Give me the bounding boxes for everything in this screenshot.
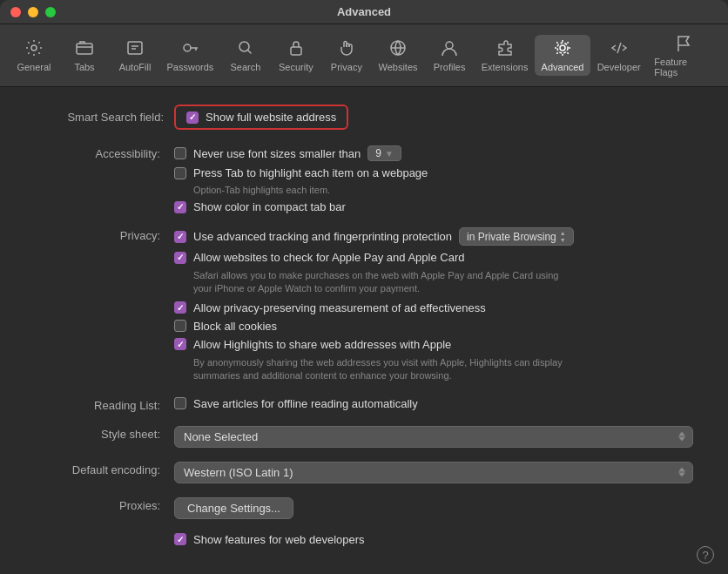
reading-list-section: Reading List: Save articles for offline … [35, 397, 693, 412]
tracking-dropdown[interactable]: in Private Browsing ▲ ▼ [459, 227, 574, 246]
toolbar-label-privacy: Privacy [331, 62, 362, 72]
svg-point-9 [557, 43, 568, 53]
default-encoding-select[interactable]: Western (ISO Latin 1) [174, 462, 693, 483]
reading-list-checkbox[interactable] [174, 397, 186, 409]
key-icon [180, 38, 199, 60]
svg-point-7 [446, 42, 453, 49]
tracking-dropdown-value: in Private Browsing [467, 231, 556, 243]
svg-point-8 [560, 45, 565, 51]
window-controls [10, 7, 56, 17]
toolbar-item-general[interactable]: General [9, 35, 59, 76]
font-size-checkbox[interactable] [174, 147, 186, 159]
highlights-sub: By anonymously sharing the web addresses… [193, 356, 594, 383]
tab-highlight-checkbox[interactable] [174, 167, 186, 179]
window: Advanced General Tabs AutoFill [0, 0, 728, 574]
apple-pay-text: Allow websites to check for Apple Pay an… [193, 251, 464, 264]
style-sheet-content: None Selected [174, 426, 693, 448]
style-sheet-label: Style sheet: [35, 426, 174, 441]
toolbar-label-general: General [17, 62, 51, 72]
font-size-number[interactable]: 9 ▼ [367, 145, 401, 161]
smart-search-field-label: Smart Search field: [35, 111, 174, 124]
minimize-button[interactable] [28, 7, 38, 17]
privacy-block-cookies-row: Block all cookies [174, 320, 693, 333]
svg-rect-5 [291, 47, 301, 55]
reading-list-text: Save articles for offline reading automa… [193, 397, 418, 410]
privacy-content: Use advanced tracking and fingerprinting… [174, 227, 693, 383]
toolbar-item-websites[interactable]: Websites [372, 35, 424, 76]
default-encoding-label: Default encoding: [35, 462, 174, 476]
toolbar-item-advanced[interactable]: Advanced [535, 35, 590, 76]
block-cookies-text: Block all cookies [193, 320, 277, 333]
lock-icon [286, 38, 306, 60]
highlights-checkbox[interactable] [174, 338, 186, 350]
toolbar-item-tabs[interactable]: Tabs [59, 35, 110, 76]
toolbar-label-advanced: Advanced [542, 62, 584, 72]
style-sheet-section: Style sheet: None Selected [35, 426, 693, 448]
toolbar-item-privacy[interactable]: Privacy [321, 35, 372, 76]
web-developers-row: Show features for web developers [174, 533, 693, 546]
smart-search-section: Smart Search field: Show full website ad… [35, 105, 693, 130]
web-developers-section: Show features for web developers [35, 533, 693, 546]
extensions-icon [495, 38, 515, 60]
help-button[interactable]: ? [697, 546, 714, 564]
web-developers-spacer [35, 533, 174, 535]
advanced-icon [553, 38, 572, 60]
reading-list-row: Save articles for offline reading automa… [174, 397, 693, 410]
accessibility-label: Accessibility: [35, 145, 174, 160]
gear-icon [24, 38, 44, 60]
toolbar-item-extensions[interactable]: Extensions [475, 35, 535, 76]
default-encoding-content: Western (ISO Latin 1) [174, 462, 693, 483]
style-sheet-arrow-icon [678, 432, 685, 442]
block-cookies-checkbox[interactable] [174, 320, 186, 332]
svg-point-0 [31, 45, 37, 51]
highlights-text: Allow Highlights to share web addresses … [193, 338, 451, 351]
titlebar: Advanced [0, 0, 728, 24]
apple-pay-checkbox[interactable] [174, 252, 186, 264]
ad-measurement-checkbox[interactable] [174, 301, 186, 314]
toolbar-item-featureflags[interactable]: Feature Flags [647, 30, 719, 81]
toolbar-label-tabs: Tabs [74, 62, 94, 72]
tracking-checkbox[interactable] [174, 231, 186, 243]
smart-search-box: Show full website address [174, 105, 348, 130]
toolbar-label-extensions: Extensions [482, 62, 529, 72]
web-developers-checkbox[interactable] [174, 533, 186, 545]
privacy-apple-pay-row: Allow websites to check for Apple Pay an… [174, 251, 693, 264]
toolbar-item-developer[interactable]: Developer [590, 35, 647, 76]
privacy-highlights-row: Allow Highlights to share web addresses … [174, 338, 693, 351]
accessibility-tab-highlight-row: Press Tab to highlight each item on a we… [174, 166, 693, 179]
globe-icon [388, 38, 408, 60]
close-button[interactable] [10, 7, 21, 17]
content-area: Smart Search field: Show full website ad… [0, 87, 728, 574]
toolbar-label-passwords: Passwords [167, 62, 214, 72]
toolbar-item-profiles[interactable]: Profiles [424, 35, 475, 76]
font-size-text: Never use font sizes smaller than [193, 147, 361, 160]
maximize-button[interactable] [45, 7, 56, 17]
toolbar-label-security: Security [279, 62, 313, 72]
privacy-label: Privacy: [35, 227, 174, 242]
change-settings-button[interactable]: Change Settings... [174, 497, 293, 519]
smart-search-checkbox[interactable] [186, 111, 199, 124]
proxies-section: Proxies: Change Settings... [35, 497, 693, 519]
svg-point-4 [239, 42, 249, 51]
person-icon [440, 38, 459, 60]
hand-icon [337, 38, 356, 60]
reading-list-content: Save articles for offline reading automa… [174, 397, 693, 410]
color-compact-checkbox[interactable] [174, 201, 186, 213]
accessibility-color-compact-row: Show color in compact tab bar [174, 200, 693, 213]
developer-icon [610, 38, 629, 60]
style-sheet-value: None Selected [184, 430, 258, 443]
toolbar-item-security[interactable]: Security [271, 35, 321, 76]
autofill-icon [125, 38, 145, 60]
privacy-tracking-row: Use advanced tracking and fingerprinting… [174, 227, 693, 246]
reading-list-label: Reading List: [35, 397, 174, 412]
tab-highlight-sub: Option-Tab highlights each item. [193, 185, 693, 195]
smart-search-text: Show full website address [206, 111, 336, 124]
dropdown-arrow-icon: ▲ ▼ [560, 230, 566, 243]
chevron-down-icon: ▼ [385, 149, 394, 159]
style-sheet-select[interactable]: None Selected [174, 426, 693, 448]
proxies-label: Proxies: [35, 497, 174, 512]
toolbar-item-passwords[interactable]: Passwords [160, 35, 220, 76]
tracking-text: Use advanced tracking and fingerprinting… [193, 230, 452, 243]
toolbar-item-search[interactable]: Search [220, 35, 271, 76]
toolbar-item-autofill[interactable]: AutoFill [110, 35, 160, 76]
